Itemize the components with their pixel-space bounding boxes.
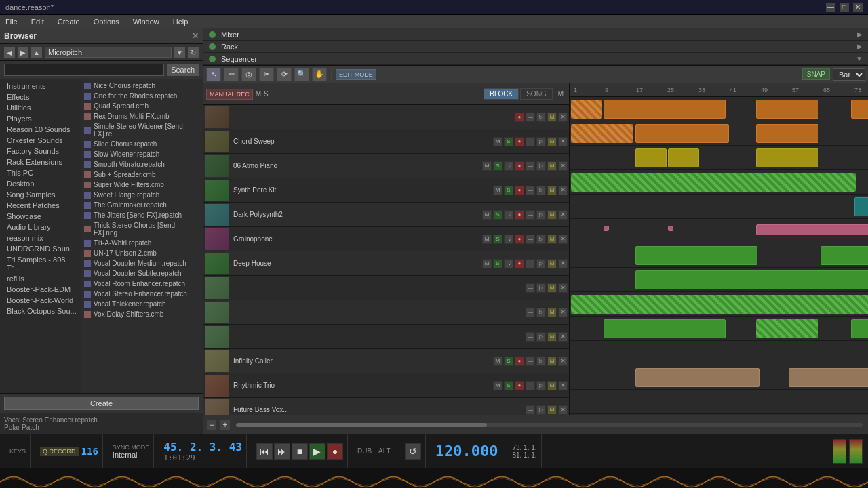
track-s-btn[interactable]: S — [493, 259, 502, 268]
track-mute-button[interactable]: M — [547, 259, 557, 268]
track-dash-btn[interactable]: — — [526, 308, 535, 317]
browser-item-players[interactable]: Players — [0, 113, 81, 124]
track-mute-button[interactable]: M — [547, 381, 557, 390]
zoom-in-button[interactable]: + — [220, 420, 231, 430]
track-dash-btn[interactable]: — — [526, 210, 535, 220]
close-button[interactable]: ✕ — [853, 3, 863, 12]
clip[interactable] — [851, 319, 868, 338]
clip[interactable] — [635, 124, 729, 143]
track-s-btn[interactable]: S — [504, 357, 513, 366]
browser-item-song-samples[interactable]: Song Samples — [0, 189, 81, 200]
file-item[interactable]: Nice Chorus.repatch — [81, 81, 203, 91]
track-dash-btn[interactable]: — — [526, 259, 535, 268]
track-dash-btn[interactable]: — — [526, 161, 535, 171]
record-button[interactable]: ● — [327, 443, 343, 460]
file-item[interactable]: Super Wide Filters.cmb — [81, 180, 203, 190]
track-mute-button[interactable]: M — [547, 357, 557, 366]
file-item[interactable]: The Jitters [Send FX].repatch — [81, 210, 203, 220]
browser-item-booster-edm[interactable]: Booster-Pack-EDM — [0, 284, 81, 295]
clip[interactable] — [604, 100, 726, 119]
browser-close-icon[interactable]: ✕ — [192, 31, 199, 41]
track-dash-btn[interactable]: — — [526, 332, 535, 342]
browser-item-tri-samples[interactable]: Tri Samples - 808 Tr... — [0, 254, 81, 273]
track-dash-btn[interactable]: — — [526, 405, 535, 415]
track-mute-button[interactable]: M — [547, 210, 557, 220]
browser-refresh-button[interactable]: ↻ — [188, 47, 199, 58]
clip[interactable] — [756, 319, 818, 338]
browser-item-audio-lib[interactable]: Audio Library — [0, 222, 81, 232]
browser-item-recent-patches[interactable]: Recent Patches — [0, 200, 81, 211]
clip[interactable] — [668, 148, 699, 167]
browser-item-reason-mix[interactable]: reason mix — [0, 232, 81, 243]
menu-edit[interactable]: Edit — [28, 16, 47, 27]
track-route-btn[interactable]: ▷ — [536, 113, 546, 122]
track-record-button[interactable]: ● — [515, 186, 524, 195]
track-m-btn[interactable]: M — [493, 357, 502, 366]
file-item[interactable]: Slide Chorus.repatch — [81, 139, 203, 149]
clip[interactable] — [571, 173, 856, 192]
nav-back-button[interactable]: ◀ — [4, 47, 15, 58]
sequencer-arrow-icon[interactable]: ▼ — [856, 55, 863, 62]
track-vol-btn[interactable]: — — [526, 137, 535, 146]
stop-button[interactable]: ■ — [292, 443, 308, 460]
track-m-btn[interactable]: M — [493, 381, 502, 390]
browser-options-button[interactable]: ▼ — [174, 47, 185, 58]
bar-select[interactable]: Bar 1/2 1/4 1/8 — [833, 68, 865, 81]
track-close-button[interactable]: ✕ — [558, 405, 568, 415]
track-route-btn[interactable]: ▷ — [536, 405, 546, 415]
track-close-button[interactable]: ✕ — [558, 161, 568, 171]
clip[interactable] — [635, 148, 667, 167]
track-close-button[interactable]: ✕ — [558, 381, 568, 390]
track-mute-button[interactable]: M — [547, 283, 557, 293]
browser-item-desktop[interactable]: Desktop — [0, 178, 81, 189]
clip[interactable] — [635, 270, 868, 289]
track-close-button[interactable]: ✕ — [558, 308, 568, 317]
menu-window[interactable]: Window — [130, 16, 162, 27]
track-vol-btn-2[interactable]: 𝅘𝅥 — [504, 259, 513, 268]
track-dash-btn[interactable]: — — [526, 235, 535, 244]
browser-item-black-octopus[interactable]: Black Octopus Sou... — [0, 306, 81, 317]
track-m-btn[interactable]: M — [482, 235, 492, 244]
clip[interactable] — [789, 368, 868, 387]
track-close-button[interactable]: ✕ — [558, 332, 568, 342]
track-route-btn[interactable]: ▷ — [536, 137, 546, 146]
track-close-button[interactable]: ✕ — [558, 210, 568, 220]
clip[interactable] — [854, 197, 868, 216]
track-record-active-button[interactable]: ● — [515, 381, 524, 390]
edit-mode-button[interactable]: EDIT MODE — [336, 69, 376, 80]
track-vol-btn[interactable]: — — [526, 113, 535, 122]
menu-help[interactable]: Help — [170, 16, 191, 27]
file-item[interactable]: Simple Stereo Widener [Send FX].re — [81, 121, 203, 139]
file-item[interactable]: Rex Drums Multi-FX.cmb — [81, 111, 203, 121]
menu-file[interactable]: File — [3, 16, 20, 27]
track-route-btn[interactable]: ▷ — [536, 161, 546, 171]
maximize-button[interactable]: □ — [840, 3, 849, 12]
clip[interactable] — [756, 124, 818, 143]
fast-forward-button[interactable]: ⏭ — [274, 443, 290, 460]
file-item[interactable]: Vox Delay Shifters.cmb — [81, 309, 203, 319]
track-mute-button[interactable]: M — [547, 405, 557, 415]
window-controls[interactable]: — □ ✕ — [826, 3, 863, 12]
track-close-button[interactable]: ✕ — [558, 235, 568, 244]
track-mute-button[interactable]: M — [547, 113, 557, 122]
clip[interactable] — [571, 295, 868, 314]
browser-item-factory[interactable]: Factory Sounds — [0, 146, 81, 157]
nav-up-button[interactable]: ▲ — [31, 47, 42, 58]
track-record-button[interactable]: ● — [515, 235, 524, 244]
browser-item-refills[interactable]: refills — [0, 273, 81, 284]
track-close-button[interactable]: ✕ — [558, 186, 568, 195]
browser-item-showcase[interactable]: Showcase — [0, 211, 81, 222]
clip[interactable] — [756, 148, 818, 167]
track-record-button[interactable]: ● — [515, 113, 524, 122]
search-button[interactable]: Search — [167, 64, 199, 76]
track-dash-btn[interactable]: — — [526, 381, 535, 390]
track-close-button[interactable]: ✕ — [558, 259, 568, 268]
file-item[interactable]: Sweet Flange.repatch — [81, 190, 203, 200]
clip[interactable] — [851, 100, 868, 119]
file-item[interactable]: Vocal Stereo Enhancer.repatch — [81, 289, 203, 299]
file-item[interactable]: UN-17 Unison 2.cmb — [81, 248, 203, 258]
track-s-btn[interactable]: S — [493, 210, 502, 220]
browser-item-instruments[interactable]: Instruments — [0, 81, 81, 92]
clip[interactable] — [571, 100, 602, 119]
browser-item-orkester[interactable]: Orkester Sounds — [0, 135, 81, 146]
